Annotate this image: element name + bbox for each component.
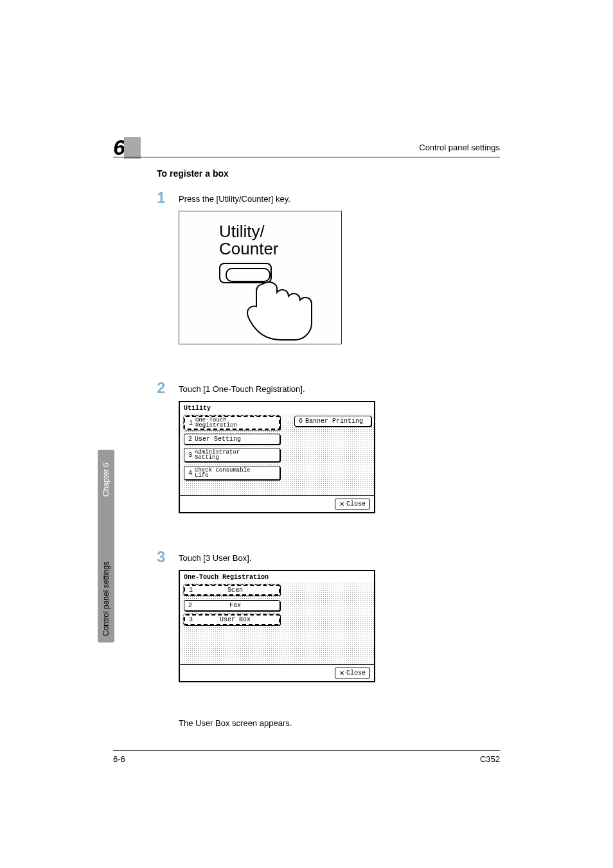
header-rule — [113, 157, 500, 157]
item-label: User Box — [195, 616, 275, 623]
item-label: Fax — [195, 602, 276, 609]
screen-utility: Utility 1 One-Touch Registration 2 User … — [179, 401, 375, 513]
menu-item-scan[interactable]: 1 Scan — [184, 585, 280, 596]
item-label: Check Consumable Life — [195, 468, 250, 478]
screen-footer: ✕ Close — [180, 664, 374, 681]
screen-body: 1 Scan 2 Fax 3 User Box — [180, 582, 374, 664]
item-index: 1 — [189, 587, 193, 594]
item-index: 2 — [188, 436, 192, 443]
item-index: 2 — [188, 602, 192, 609]
screen-title: Utility — [180, 402, 374, 413]
figure-key-press: Utility/ Counter — [179, 211, 342, 344]
close-button[interactable]: ✕ Close — [335, 668, 370, 678]
result-text: The User Box screen appears. — [179, 718, 500, 728]
item-label: Administrator Setting — [195, 450, 240, 460]
footer-rule — [113, 750, 500, 751]
close-label: Close — [346, 500, 366, 508]
step-1: 1 Press the [Utility/Counter] key. — [157, 190, 500, 206]
close-label: Close — [346, 669, 366, 677]
menu-item-one-touch-registration[interactable]: 1 One-Touch Registration — [184, 416, 280, 430]
step-text: Press the [Utility/Counter] key. — [179, 190, 290, 206]
menu-item-user-setting[interactable]: 2 User Setting — [184, 434, 280, 445]
step-number: 3 — [157, 549, 179, 565]
chapter-bar — [124, 137, 141, 159]
menu-item-administrator-setting[interactable]: 3 Administrator Setting — [184, 448, 280, 462]
item-index: 1 — [189, 420, 193, 427]
side-tab-chapter: Chapter 6 — [102, 463, 111, 497]
close-icon: ✕ — [339, 500, 344, 508]
screen-body: 1 One-Touch Registration 2 User Setting … — [180, 413, 374, 495]
close-icon: ✕ — [339, 669, 344, 677]
item-label: Scan — [195, 587, 275, 594]
model-number: C352 — [480, 754, 500, 764]
menu-item-user-box[interactable]: 3 User Box — [184, 614, 280, 625]
header-section-title: Control panel settings — [419, 143, 500, 152]
section-heading: To register a box — [157, 168, 500, 179]
step-number: 1 — [157, 190, 179, 206]
step-text: Touch [1 One-Touch Registration]. — [179, 380, 305, 396]
item-label: One-Touch Registration — [195, 418, 237, 428]
screen-title: One-Touch Registration — [180, 571, 374, 582]
step-text: Touch [3 User Box]. — [179, 549, 251, 565]
screen-footer: ✕ Close — [180, 495, 374, 512]
menu-item-fax[interactable]: 2 Fax — [184, 600, 280, 611]
step-3: 3 Touch [3 User Box]. — [157, 549, 500, 565]
step-number: 2 — [157, 380, 179, 396]
page: 6 Control panel settings Chapter 6 Contr… — [0, 0, 613, 868]
key-label-line2: Counter — [219, 239, 279, 258]
item-index: 6 — [299, 418, 303, 425]
menu-item-banner-printing[interactable]: 6 Banner Printing — [294, 416, 371, 427]
item-label: Banner Printing — [305, 418, 363, 425]
step-2: 2 Touch [1 One-Touch Registration]. — [157, 380, 500, 396]
item-label: User Setting — [195, 436, 241, 443]
screen-one-touch-registration: One-Touch Registration 1 Scan 2 Fax 3 Us… — [179, 570, 375, 682]
hand-icon — [242, 278, 319, 342]
key-label: Utility/ Counter — [219, 223, 279, 258]
item-index: 3 — [188, 452, 192, 459]
menu-item-check-consumable[interactable]: 4 Check Consumable Life — [184, 466, 280, 480]
key-label-line1: Utility/ — [219, 222, 265, 241]
item-index: 4 — [188, 470, 192, 477]
close-button[interactable]: ✕ Close — [335, 499, 370, 509]
side-tab-section: Control panel settings — [102, 562, 111, 636]
item-index: 3 — [189, 616, 193, 623]
page-number: 6-6 — [113, 754, 125, 764]
content-column: To register a box 1 Press the [Utility/C… — [157, 168, 500, 728]
